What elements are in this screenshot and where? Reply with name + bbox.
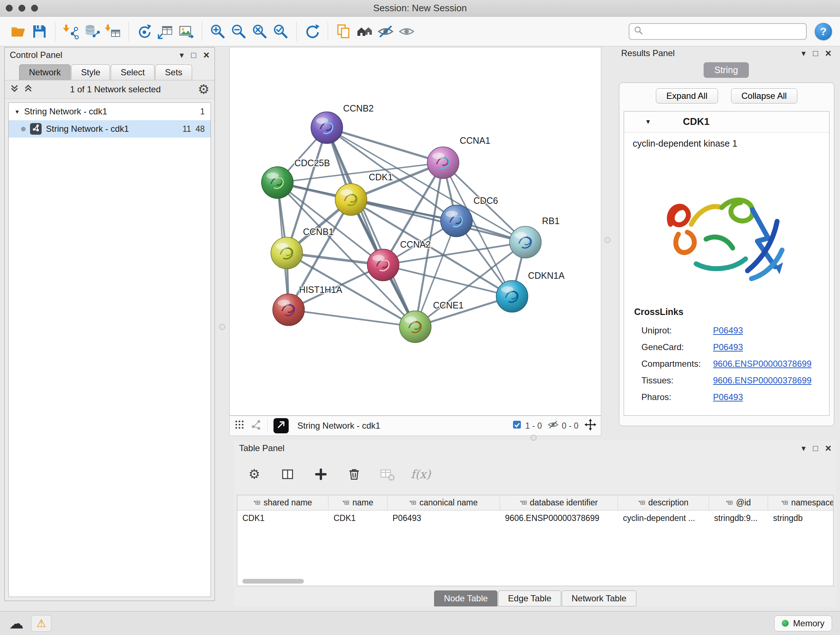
open-session-icon[interactable]: [8, 21, 29, 42]
panel-collapse-icon[interactable]: ▾: [802, 49, 806, 57]
control-tab-sets[interactable]: Sets: [155, 65, 192, 80]
window-close-button[interactable]: [6, 5, 13, 11]
crosslink-link[interactable]: P06493: [713, 342, 743, 352]
memory-button[interactable]: Memory: [774, 616, 832, 631]
cloud-icon[interactable]: ☁: [8, 615, 25, 632]
network-node-RB1[interactable]: [509, 226, 541, 258]
control-tab-network[interactable]: Network: [19, 65, 71, 80]
zoom-fit-icon[interactable]: [249, 21, 270, 42]
home-icon[interactable]: [354, 21, 375, 42]
collapse-all-icon[interactable]: [10, 84, 19, 95]
network-node-CDC6[interactable]: [441, 205, 472, 237]
protein-section-header[interactable]: ▼ CDK1: [624, 111, 829, 133]
help-button[interactable]: ?: [815, 23, 832, 40]
network-view[interactable]: CCNB2CCNA1CDC25BCDK1CDC6RB1CCNB1CCNA2CDK…: [229, 47, 601, 416]
network-canvas[interactable]: CCNB2CCNA1CDC25BCDK1CDC6RB1CCNB1CCNA2CDK…: [230, 48, 601, 415]
fx-icon[interactable]: f(x): [411, 465, 430, 484]
network-edge[interactable]: [289, 310, 415, 327]
search-input[interactable]: [646, 27, 802, 36]
panel-collapse-icon[interactable]: ▾: [802, 444, 806, 453]
window-zoom-button[interactable]: [31, 5, 38, 11]
network-node-CCNA2[interactable]: [367, 249, 399, 281]
refresh-view-icon[interactable]: [302, 21, 323, 42]
network-node-CCNA1[interactable]: [427, 147, 459, 179]
trash-icon[interactable]: [345, 465, 363, 484]
add-icon[interactable]: [311, 465, 330, 484]
table-column-header[interactable]: description: [618, 495, 709, 510]
table-cell[interactable]: CDK1: [237, 513, 328, 523]
crosslink-link[interactable]: P06493: [713, 392, 743, 402]
network-edge[interactable]: [327, 128, 443, 163]
panel-float-icon[interactable]: □: [813, 444, 818, 453]
splitter-handle-bottom[interactable]: [531, 435, 537, 440]
destroy-table-icon[interactable]: [378, 465, 397, 484]
network-edge[interactable]: [351, 200, 525, 242]
show-all-icon[interactable]: [396, 21, 417, 42]
network-item-row[interactable]: String Network - cdk1 11 48: [9, 120, 210, 138]
tab-edge-table[interactable]: Edge Table: [498, 591, 561, 606]
gear-icon[interactable]: ⚙: [245, 465, 264, 484]
panel-collapse-icon[interactable]: ▾: [180, 51, 184, 59]
network-node-CDK1[interactable]: [335, 184, 367, 215]
view-grid-icon[interactable]: [234, 419, 245, 432]
expand-all-button[interactable]: Expand All: [656, 88, 718, 103]
table-cell[interactable]: CDK1: [328, 513, 387, 523]
fit-content-icon[interactable]: [584, 418, 597, 433]
table-row[interactable]: CDK1CDK1P064939606.ENSP00000378699cyclin…: [237, 510, 833, 526]
network-node-CDC25B[interactable]: [262, 166, 294, 198]
import-table-file-icon[interactable]: [103, 21, 123, 42]
network-options-gear-icon[interactable]: ⚙: [198, 83, 210, 96]
network-node-HIST1H1A[interactable]: [273, 294, 305, 326]
network-node-CCNB2[interactable]: [311, 112, 343, 144]
attach-table-icon[interactable]: [155, 21, 176, 42]
network-edge[interactable]: [327, 128, 415, 327]
collapse-all-button[interactable]: Collapse All: [731, 88, 797, 103]
warning-icon[interactable]: ⚠: [31, 615, 51, 632]
save-session-icon[interactable]: [29, 21, 50, 42]
apply-layout-icon[interactable]: [134, 21, 155, 42]
table-column-header[interactable]: shared name: [237, 495, 328, 510]
control-tab-select[interactable]: Select: [111, 65, 155, 80]
panel-close-icon[interactable]: ×: [203, 50, 210, 60]
network-node-CCNB1[interactable]: [271, 237, 303, 269]
network-collection-row[interactable]: ▼ String Network - cdk1 1: [9, 103, 210, 120]
table-cell[interactable]: stringdb: [768, 513, 834, 523]
panel-float-icon[interactable]: □: [191, 51, 196, 59]
table-column-header[interactable]: database identifier: [500, 495, 618, 510]
table-column-header[interactable]: namespace: [768, 495, 834, 510]
table-cell[interactable]: 9606.ENSP00000378699: [500, 513, 618, 523]
crosslink-link[interactable]: P06493: [713, 325, 743, 336]
panel-close-icon[interactable]: ×: [825, 48, 831, 59]
tree-caret-icon[interactable]: ▼: [14, 109, 20, 115]
splitter-handle-left[interactable]: [219, 324, 225, 330]
table-column-header[interactable]: @id: [709, 495, 768, 510]
hide-selected-icon[interactable]: [375, 21, 396, 42]
table-cell[interactable]: stringdb:9...: [709, 513, 768, 523]
export-image-icon[interactable]: [176, 21, 197, 42]
network-node-CCNE1[interactable]: [399, 311, 431, 343]
crosslink-link[interactable]: 9606.ENSP00000378699: [713, 359, 812, 369]
import-network-file-icon[interactable]: [60, 21, 81, 42]
control-tab-style[interactable]: Style: [71, 65, 110, 80]
tab-network-table[interactable]: Network Table: [562, 591, 636, 606]
horizontal-scrollbar[interactable]: [242, 579, 304, 584]
expand-all-icon[interactable]: [24, 84, 33, 95]
window-minimize-button[interactable]: [19, 5, 25, 11]
import-network-database-icon[interactable]: [81, 21, 103, 42]
crosslink-link[interactable]: 9606.ENSP00000378699: [713, 375, 812, 386]
network-node-CDKN1A[interactable]: [496, 280, 528, 312]
table-column-header[interactable]: name: [328, 495, 387, 510]
panel-float-icon[interactable]: □: [813, 49, 818, 57]
table-cell[interactable]: cyclin-dependent ...: [618, 513, 709, 523]
tab-node-table[interactable]: Node Table: [434, 591, 497, 606]
columns-icon[interactable]: [278, 465, 297, 484]
copy-icon[interactable]: [333, 21, 354, 42]
table-column-header[interactable]: canonical name: [387, 495, 500, 510]
splitter-handle-right[interactable]: [605, 237, 610, 243]
zoom-in-icon[interactable]: [207, 21, 228, 42]
tab-string[interactable]: String: [704, 62, 749, 78]
zoom-out-icon[interactable]: [228, 21, 249, 42]
birdseye-view-button[interactable]: [273, 418, 289, 433]
panel-close-icon[interactable]: ×: [825, 443, 831, 454]
zoom-selected-icon[interactable]: [270, 21, 291, 42]
